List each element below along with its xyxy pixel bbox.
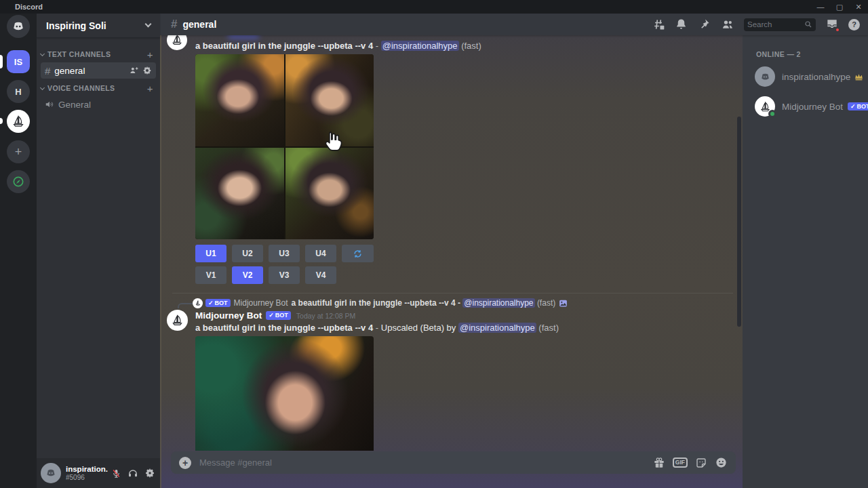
u2-button[interactable]: U2 (232, 245, 263, 262)
server-icon-midjourney[interactable] (7, 110, 30, 133)
help-icon[interactable]: ? (848, 19, 860, 30)
threads-icon[interactable] (652, 18, 665, 31)
add-server-button[interactable]: + (7, 140, 30, 163)
midjourney-grid-image[interactable] (195, 54, 374, 239)
sidebar-voice-channel-general[interactable]: General (41, 96, 156, 113)
speaker-icon (45, 100, 54, 109)
chat-scrollbar[interactable] (737, 117, 741, 327)
inbox-badge (835, 27, 840, 33)
bot-badge: ✓BOT (848, 102, 868, 111)
member-avatar (755, 96, 775, 117)
discord-logo-icon (11, 19, 26, 34)
window-title: Discord (15, 3, 43, 11)
username: inspiration... (66, 465, 108, 474)
user-settings-gear-button[interactable] (144, 467, 156, 479)
server-icon-inspiring-soli[interactable]: IS (7, 50, 30, 73)
bot-badge: ✓BOT (266, 311, 291, 320)
online-group-label: ONLINE — 2 (743, 35, 868, 58)
member-row-midjourney-bot[interactable]: Midjourney Bot ✓BOT (751, 95, 863, 118)
server-owner-crown-icon (854, 73, 863, 81)
reroll-button[interactable] (342, 245, 374, 262)
notifications-bell-icon[interactable] (675, 18, 688, 31)
v3-button[interactable]: V3 (269, 266, 300, 284)
server-initials: IS (14, 57, 22, 67)
caret-down-icon (40, 51, 45, 56)
bot-avatar[interactable] (167, 310, 188, 331)
v2-button[interactable]: V2 (232, 266, 263, 284)
compass-icon (12, 175, 25, 188)
channel-name: General (58, 100, 152, 110)
sidebar-channel-general[interactable]: # general (41, 62, 156, 79)
member-row-inspirationalhype[interactable]: inspirationalhype (751, 65, 863, 88)
maximize-button[interactable]: ▢ (830, 0, 849, 14)
message-input-bar[interactable]: + Message #general GIF (171, 451, 736, 474)
online-status-dot (768, 110, 776, 118)
v4-button[interactable]: V4 (305, 266, 336, 284)
grid-variant-1[interactable] (195, 54, 284, 146)
separator: - (376, 323, 378, 333)
user-identity[interactable]: inspiration... #5096 (66, 465, 108, 482)
search-placeholder: Search (747, 20, 804, 28)
close-button[interactable]: ✕ (849, 0, 868, 14)
message-input[interactable]: Message #general (199, 458, 653, 468)
grid-variant-3[interactable] (195, 148, 284, 240)
v1-button[interactable]: V1 (195, 266, 226, 284)
attach-file-button[interactable]: + (179, 457, 191, 469)
create-channel-button[interactable]: + (147, 49, 153, 60)
discord-window: Discord — ▢ ✕ IS H + (0, 0, 868, 488)
channel-title: general (182, 19, 216, 30)
u3-button[interactable]: U3 (269, 245, 300, 262)
explore-servers-button[interactable] (7, 170, 30, 193)
gif-picker-icon[interactable]: GIF (673, 458, 688, 468)
invite-people-icon[interactable] (129, 66, 138, 75)
u4-button[interactable]: U4 (305, 245, 336, 262)
minimize-button[interactable]: — (811, 0, 830, 14)
category-text-channels[interactable]: TEXT CHANNELS + (37, 49, 160, 60)
user-avatar[interactable] (41, 463, 61, 483)
user-mention[interactable]: @inspirationalhype (462, 298, 534, 308)
fast-mode-label: (fast) (461, 41, 481, 51)
server-rail: IS H + (0, 14, 37, 488)
server-icon-h[interactable]: H (7, 80, 30, 103)
message-scroll-area[interactable]: a beautiful girl in the junggle --upbeta… (160, 35, 743, 488)
u1-button[interactable]: U1 (195, 245, 226, 262)
reply-context[interactable]: ✓BOT Midjourney Bot a beautiful girl in … (178, 298, 736, 308)
category-label: TEXT CHANNELS (47, 50, 147, 58)
prompt-text: a beautiful girl in the junggle --upbeta… (195, 41, 373, 51)
discriminator: #5096 (66, 474, 108, 482)
member-avatar (755, 66, 775, 87)
inbox-icon[interactable] (825, 18, 839, 31)
member-list-toggle-icon[interactable] (721, 18, 734, 31)
server-header[interactable]: Inspiring Soli (37, 14, 160, 38)
reply-author[interactable]: Midjourney Bot (234, 298, 288, 308)
chevron-down-icon (145, 21, 152, 28)
create-channel-button[interactable]: + (147, 83, 153, 94)
mouse-cursor (321, 130, 344, 156)
member-name: inspirationalhype (782, 72, 850, 82)
user-mention[interactable]: @inspirationalhype (458, 323, 536, 333)
message-prompt-line: a beautiful girl in the junggle --upbeta… (195, 41, 481, 51)
titlebar: Discord — ▢ ✕ (0, 0, 868, 14)
category-voice-channels[interactable]: VOICE CHANNELS + (37, 83, 160, 94)
gift-icon[interactable] (653, 457, 665, 469)
upscaled-by-label: Upscaled (Beta) by (381, 323, 456, 333)
reply-bot-avatar (193, 298, 203, 308)
upscaled-image[interactable] (195, 336, 374, 451)
home-button[interactable] (7, 15, 30, 38)
image-attachment-icon (559, 299, 568, 308)
author-name[interactable]: Midjourney Bot (195, 310, 262, 321)
user-mention[interactable]: @inspirationalhype (381, 41, 459, 51)
upscale-button-row: U1 U2 U3 U4 (195, 245, 374, 262)
mute-microphone-button[interactable] (110, 467, 122, 479)
search-input[interactable]: Search (744, 18, 816, 31)
message-prompt-line: a beautiful girl in the junggle --upbeta… (195, 323, 559, 333)
deafen-headphones-button[interactable] (127, 467, 139, 479)
unread-server-pill (0, 118, 3, 124)
sticker-icon[interactable] (695, 457, 707, 469)
grid-variant-4[interactable] (285, 148, 374, 240)
channel-settings-gear-icon[interactable] (142, 66, 152, 75)
server-name: Inspiring Soli (46, 20, 146, 31)
pinned-messages-icon[interactable] (698, 18, 711, 31)
reply-prompt: a beautiful girl in the junggle --upbeta… (292, 298, 456, 308)
emoji-picker-icon[interactable] (715, 456, 728, 469)
